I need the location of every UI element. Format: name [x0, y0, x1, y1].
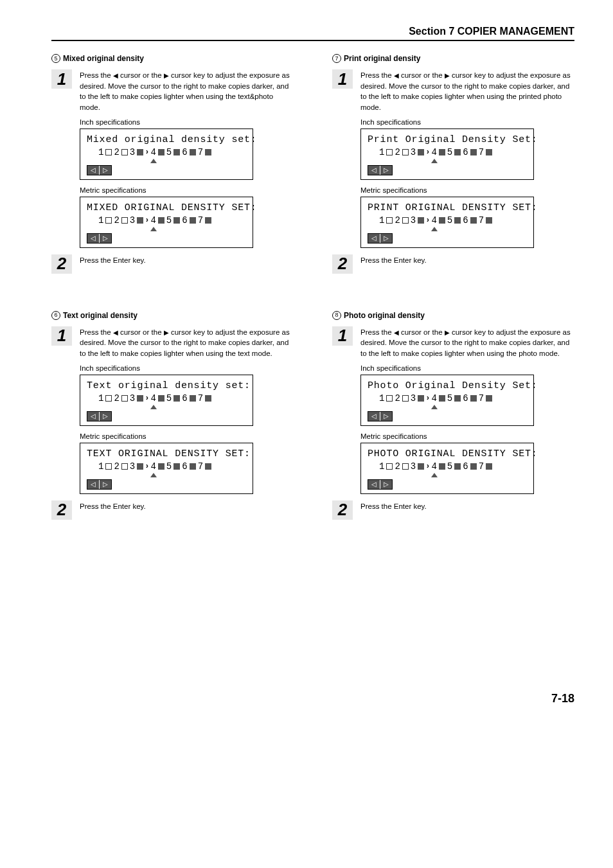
step-text: Press the Enter key.: [80, 500, 294, 512]
step-1: 1 Press the ◀ cursor or the ▶ cursor key…: [51, 326, 294, 359]
metric-spec-label: Metric specifications: [360, 432, 574, 440]
left-arrow-key-icon: ◁: [87, 234, 99, 243]
right-arrow-key-icon: ▷: [99, 234, 111, 243]
lcd-display-metric: PHOTO ORIGINAL DENSITY SET: 1 2 3 ›4 5 6…: [360, 443, 534, 494]
right-cursor-icon: ▶: [164, 329, 169, 336]
density-scale: 1 2 3 ›4 5 6 7: [379, 215, 527, 226]
step-number: 1: [338, 69, 347, 89]
step-number-box: 1: [332, 326, 353, 346]
step-2: 2 Press the Enter key.: [332, 500, 574, 520]
right-arrow-key-icon: ▷: [380, 166, 392, 175]
arrow-keys-icon: ◁ ▷: [368, 411, 393, 421]
left-cursor-icon: ◀: [394, 72, 399, 79]
inch-spec-label: Inch specifications: [360, 364, 574, 372]
metric-spec-label: Metric specifications: [80, 432, 294, 440]
page-number: 7-18: [51, 692, 574, 705]
section-title-6: 6 Text original density: [51, 311, 294, 320]
section-heading: Photo original density: [344, 311, 425, 320]
page: Section 7 COPIER MANAGEMENT 5 Mixed orig…: [0, 0, 613, 725]
density-scale: 1 2 3 ›4 5 6 7: [98, 461, 246, 472]
inch-spec-label: Inch specifications: [360, 118, 574, 126]
left-cursor-icon: ◀: [113, 329, 118, 336]
lcd-display-inch: Photo Original Density Set: 1 2 3 ›4 5 6…: [360, 375, 534, 426]
left-arrow-key-icon: ◁: [368, 234, 380, 243]
left-cursor-icon: ◀: [113, 72, 118, 79]
step-number: 2: [57, 500, 66, 520]
left-arrow-key-icon: ◁: [87, 412, 99, 421]
lcd-display-metric: MIXED ORIGINAL DENSITY SET: 1 2 3 ›4 5 6…: [80, 197, 253, 248]
step-text: Press the ◀ cursor or the ▶ cursor key t…: [360, 69, 574, 113]
lcd-text: Mixed original density set:: [87, 134, 246, 145]
lcd-text: TEXT ORIGINAL DENSITY SET:: [87, 448, 246, 459]
metric-spec-label: Metric specifications: [360, 186, 574, 194]
right-arrow-key-icon: ▷: [380, 480, 392, 489]
right-arrow-key-icon: ▷: [99, 412, 111, 421]
step-1: 1 Press the ◀ cursor or the ▶ cursor key…: [51, 69, 294, 113]
arrow-keys-icon: ◁ ▷: [87, 165, 112, 175]
step-2: 2 Press the Enter key.: [51, 254, 294, 274]
arrow-keys-icon: ◁ ▷: [87, 411, 112, 421]
left-arrow-key-icon: ◁: [368, 166, 380, 175]
lcd-display-inch: Text original density set: 1 2 3 ›4 5 6 …: [80, 375, 253, 426]
step-number: 1: [338, 326, 347, 346]
step-number-box: 1: [51, 69, 72, 89]
lcd-display-inch: Print Original Density Set: 1 2 3 ›4 5 6…: [360, 128, 534, 180]
section-title-7: 7 Print original density: [332, 54, 574, 63]
step-number: 1: [57, 326, 66, 346]
right-arrow-key-icon: ▷: [99, 166, 111, 175]
density-scale: 1 2 3 ›4 5 6 7: [379, 461, 527, 472]
inch-spec-label: Inch specifications: [80, 118, 294, 126]
left-cursor-icon: ◀: [394, 329, 399, 336]
section-title-5: 5 Mixed original density: [51, 54, 294, 63]
left-arrow-key-icon: ◁: [368, 480, 380, 489]
lcd-text: Text original density set:: [87, 380, 246, 391]
section-heading: Print original density: [344, 54, 420, 63]
lcd-display-metric: TEXT ORIGINAL DENSITY SET: 1 2 3 ›4 5 6 …: [80, 443, 253, 494]
lcd-display-inch: Mixed original density set: 1 2 3 ›4 5 6…: [80, 128, 253, 180]
density-scale: 1 2 3 ›4 5 6 7: [98, 215, 246, 226]
right-cursor-icon: ▶: [445, 329, 450, 336]
lcd-text: Photo Original Density Set:: [368, 380, 527, 391]
step-text: Press the ◀ cursor or the ▶ cursor key t…: [360, 326, 574, 359]
step-2: 2 Press the Enter key.: [51, 500, 294, 520]
inch-spec-label: Inch specifications: [80, 364, 294, 372]
circled-number: 5: [51, 54, 60, 63]
lcd-text: Print Original Density Set:: [368, 134, 527, 145]
step-number: 2: [338, 254, 347, 274]
circled-number: 7: [332, 54, 341, 63]
density-scale: 1 2 3 ›4 5 6 7: [379, 147, 527, 157]
right-arrow-key-icon: ▷: [99, 480, 111, 489]
right-arrow-key-icon: ▷: [380, 412, 392, 421]
left-arrow-key-icon: ◁: [87, 166, 99, 175]
content-columns: 5 Mixed original density 1 Press the ◀ c…: [51, 54, 574, 525]
section-title-8: 8 Photo original density: [332, 311, 574, 320]
step-1: 1 Press the ◀ cursor or the ▶ cursor key…: [332, 69, 574, 113]
circled-number: 6: [51, 311, 60, 320]
step-number: 2: [338, 500, 347, 520]
step-2: 2 Press the Enter key.: [332, 254, 574, 274]
step-number-box: 2: [332, 500, 353, 520]
right-column: 7 Print original density 1 Press the ◀ c…: [332, 54, 574, 525]
step-number-box: 2: [51, 254, 72, 274]
left-arrow-key-icon: ◁: [87, 480, 99, 489]
section-heading: Mixed original density: [63, 54, 144, 63]
density-scale: 1 2 3 ›4 5 6 7: [98, 393, 246, 403]
density-scale: 1 2 3 ›4 5 6 7: [98, 147, 246, 157]
step-number-box: 2: [51, 500, 72, 520]
left-arrow-key-icon: ◁: [368, 412, 380, 421]
section-heading: Text original density: [63, 311, 138, 320]
lcd-display-metric: PRINT ORIGINAL DENSITY SET: 1 2 3 ›4 5 6…: [360, 197, 534, 248]
arrow-keys-icon: ◁ ▷: [368, 165, 393, 175]
lcd-text: PRINT ORIGINAL DENSITY SET:: [368, 202, 527, 213]
lcd-text: PHOTO ORIGINAL DENSITY SET:: [368, 448, 527, 459]
step-1: 1 Press the ◀ cursor or the ▶ cursor key…: [332, 326, 574, 359]
metric-spec-label: Metric specifications: [80, 186, 294, 194]
step-text: Press the Enter key.: [80, 254, 294, 266]
step-number-box: 1: [51, 326, 72, 346]
step-text: Press the Enter key.: [360, 254, 574, 266]
step-number-box: 2: [332, 254, 353, 274]
step-text: Press the Enter key.: [360, 500, 574, 512]
density-scale: 1 2 3 ›4 5 6 7: [379, 393, 527, 403]
arrow-keys-icon: ◁ ▷: [87, 479, 112, 490]
arrow-keys-icon: ◁ ▷: [368, 233, 393, 244]
